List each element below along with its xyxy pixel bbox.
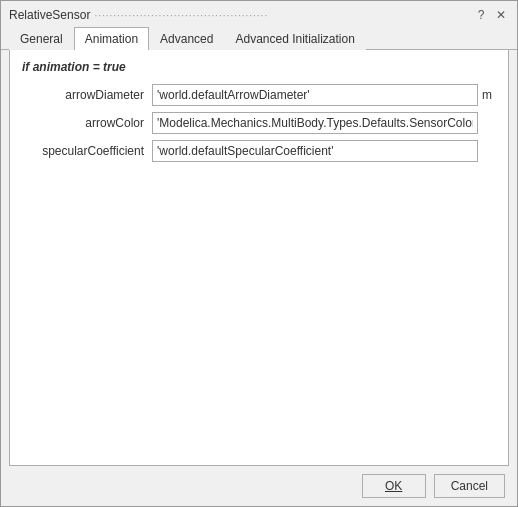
ok-button[interactable]: OK <box>362 474 426 498</box>
condition-label: if animation = true <box>22 60 496 74</box>
tab-advanced[interactable]: Advanced <box>149 27 224 50</box>
param-row-arrow-diameter: arrowDiameter m <box>22 84 496 106</box>
param-row-specular-coefficient: specularCoefficient <box>22 140 496 162</box>
tab-advanced-initialization[interactable]: Advanced Initialization <box>224 27 365 50</box>
tab-general[interactable]: General <box>9 27 74 50</box>
param-unit-arrow-diameter: m <box>482 88 496 102</box>
cancel-button[interactable]: Cancel <box>434 474 505 498</box>
param-input-wrap-arrow-diameter: m <box>152 84 496 106</box>
param-input-wrap-arrow-color <box>152 112 496 134</box>
title-bar: RelativeSensor ·························… <box>1 1 517 27</box>
param-input-wrap-specular-coefficient <box>152 140 496 162</box>
title-bar-left: RelativeSensor ·························… <box>9 8 268 22</box>
tab-content: if animation = true arrowDiameter m arro… <box>9 50 509 466</box>
param-row-arrow-color: arrowColor <box>22 112 496 134</box>
param-name-specular-coefficient: specularCoefficient <box>22 144 152 158</box>
tab-animation[interactable]: Animation <box>74 27 149 50</box>
param-name-arrow-diameter: arrowDiameter <box>22 88 152 102</box>
footer: OK Cancel <box>1 466 517 506</box>
param-input-arrow-diameter[interactable] <box>152 84 478 106</box>
title-dots: ········································… <box>94 10 268 21</box>
tabs-row: General Animation Advanced Advanced Init… <box>1 27 517 50</box>
help-button[interactable]: ? <box>473 7 489 23</box>
param-input-specular-coefficient[interactable] <box>152 140 478 162</box>
title-bar-right: ? ✕ <box>473 7 509 23</box>
param-name-arrow-color: arrowColor <box>22 116 152 130</box>
dialog: RelativeSensor ·························… <box>0 0 518 507</box>
dialog-title: RelativeSensor <box>9 8 90 22</box>
close-button[interactable]: ✕ <box>493 7 509 23</box>
param-input-arrow-color[interactable] <box>152 112 478 134</box>
